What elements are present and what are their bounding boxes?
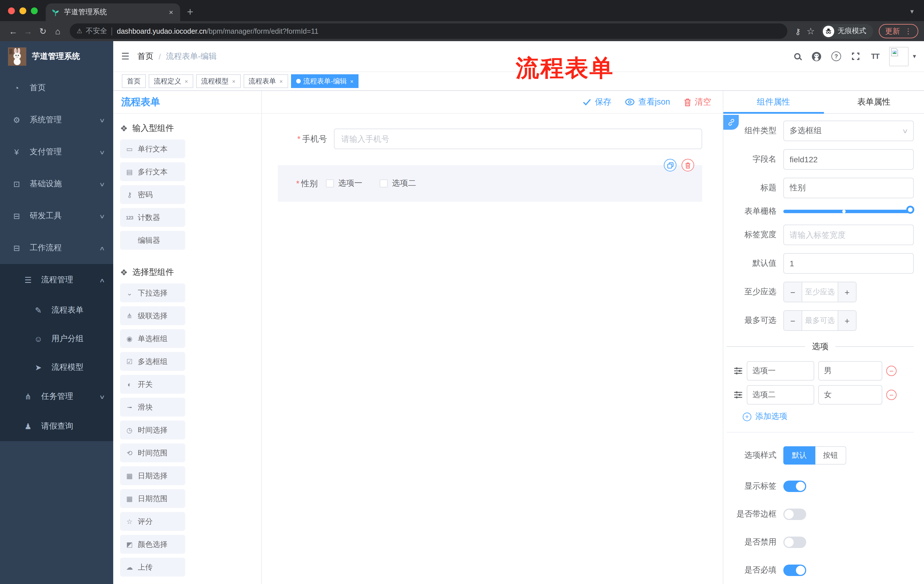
github-link[interactable] [807,41,827,72]
tag-close-icon[interactable]: × [184,78,188,84]
breadcrumb-home[interactable]: 首页 [137,51,153,61]
avatar-caret-icon[interactable]: ▾ [913,53,916,60]
style-default-button[interactable]: 默认 [783,446,815,465]
form-grid-slider[interactable] [783,210,909,213]
drag-handle-icon[interactable] [734,391,743,399]
browser-update-button[interactable]: 更新 ⋮ [879,24,918,38]
tab-form-props[interactable]: 表单属性 [823,91,924,113]
window-controls[interactable] [0,0,46,21]
label-width-input[interactable] [783,225,914,245]
password-key-icon[interactable]: ⚷ [795,26,801,36]
header-search-button[interactable] [788,41,807,72]
sidebar-item-dev-tools[interactable]: ⊟ 研发工具 ∨ [0,200,113,232]
toggle-switch[interactable] [783,508,806,520]
option-label-input[interactable] [747,361,814,380]
palette-item-slider[interactable]: ╼ 滑块 [120,398,185,416]
palette-item-cascader[interactable]: ⋔ 级联选择 [120,306,185,325]
toggle-switch[interactable] [783,480,806,492]
browser-menu-dots-icon[interactable]: ⋮ [904,27,912,35]
palette-item-multi-line-text[interactable]: ▤ 多行文本 [120,162,185,181]
option-value-input[interactable] [818,385,882,405]
back-button[interactable]: ← [6,26,21,36]
palette-item-switch[interactable]: ◐ 开关 [120,375,185,394]
sidebar-item-system[interactable]: ⚙ 系统管理 ∨ [0,104,113,136]
palette-item-color-picker[interactable]: ◩ 颜色选择 [120,535,185,554]
window-close-button[interactable] [8,7,15,14]
phone-field-input[interactable] [334,128,702,149]
palette-item-dropdown-select[interactable]: ⌄ 下拉选择 [120,283,185,302]
sidebar-logo[interactable]: 芋道管理系统 [0,41,113,72]
palette-item-time-range[interactable]: ⟲ 时间范围 [120,443,185,462]
checkbox[interactable] [380,179,388,188]
sidebar-item-payment[interactable]: ¥ 支付管理 ∨ [0,136,113,168]
palette-item-counter[interactable]: 123 计数器 [120,208,185,227]
remove-option-button[interactable]: − [886,366,896,376]
stepper-increase-button[interactable]: + [838,311,856,330]
tag-close-icon[interactable]: × [279,78,283,84]
toggle-switch[interactable] [783,564,806,576]
palette-item-checkbox-group[interactable]: ☑ 多选框组 [120,352,185,371]
stepper-decrease-button[interactable]: − [784,282,802,302]
palette-item-rate[interactable]: ☆ 评分 [120,512,185,531]
palette-item-date-range[interactable]: ▦ 日期范围 [120,489,185,508]
remove-option-button[interactable]: − [886,390,896,400]
reload-button[interactable]: ↻ [35,26,50,36]
tab-search-caret-icon[interactable]: ▾ [910,7,914,15]
home-button[interactable]: ⌂ [50,26,65,36]
palette-item-date-picker[interactable]: ▦ 日期选择 [120,466,185,485]
forward-button[interactable]: → [21,26,35,36]
palette-item-editor[interactable]: 编辑器 [120,231,185,250]
field-name-input[interactable] [783,149,914,170]
window-minimize-button[interactable] [20,7,26,14]
tag-home[interactable]: 首页 [122,74,146,88]
tag-process-form[interactable]: 流程表单 × [243,74,288,88]
sidebar-item-workflow[interactable]: ⊟ 工作流程 ∧ [0,232,113,264]
stepper-decrease-button[interactable]: − [784,311,802,330]
gender-field-card[interactable]: 性别 选项一 选项二 [278,165,702,202]
sidebar-item-process-management[interactable]: ☰ 流程管理 ∧ [0,264,113,296]
sidebar-item-process-model[interactable]: ➤ 流程模型 [0,353,113,382]
field-link-tab[interactable] [723,115,739,130]
sidebar-item-home[interactable]: ◔ 首页 [0,72,113,104]
palette-item-time-picker[interactable]: ◷ 时间选择 [120,421,185,439]
checkbox-option[interactable]: 选项二 [380,178,416,189]
checkbox-option[interactable]: 选项一 [326,178,362,189]
address-bar[interactable]: ⚠ 不安全 dashboard.yudao.iocoder.cn/bpm/man… [70,23,788,39]
palette-item-upload[interactable]: ☁ 上传 [120,558,185,577]
tag-close-icon[interactable]: × [350,78,354,84]
min-select-value[interactable]: 至少应选 [802,282,838,302]
window-zoom-button[interactable] [31,7,38,14]
fullscreen-button[interactable] [846,41,865,72]
title-input[interactable] [783,178,914,198]
tag-process-form-edit[interactable]: 流程表单-编辑 × [291,74,359,88]
tab-component-props[interactable]: 组件属性 [723,91,823,113]
tab-close-icon[interactable]: × [168,8,174,16]
palette-item-password[interactable]: ⚷ 密码 [120,185,185,204]
tag-close-icon[interactable]: × [231,78,236,84]
component-type-select[interactable]: 多选框组 ∨ [783,120,914,141]
sidebar-item-process-form[interactable]: ✎ 流程表单 [0,296,113,324]
option-value-input[interactable] [818,361,882,380]
default-value-input[interactable] [783,253,914,274]
tag-process-model[interactable]: 流程模型 × [196,74,241,88]
palette-item-single-line-text[interactable]: ▭ 单行文本 [120,140,185,158]
save-button[interactable]: 保存 [583,97,612,107]
tag-process-definition[interactable]: 流程定义 × [148,74,193,88]
duplicate-component-button[interactable] [664,159,676,171]
clear-button[interactable]: 清空 [684,97,711,107]
view-json-button[interactable]: 查看json [625,97,670,107]
slider-handle[interactable] [906,206,914,214]
sidebar-item-user-group[interactable]: ☺ 用户分组 [0,324,113,353]
font-size-button[interactable]: TT [865,41,885,72]
palette-item-radio-group[interactable]: ◉ 单选框组 [120,329,185,348]
max-select-value[interactable]: 最多可选 [802,311,838,330]
drag-handle-icon[interactable] [734,367,743,375]
user-avatar[interactable] [889,46,909,66]
sidebar-collapse-icon[interactable]: ☰ [113,51,137,62]
bookmark-star-icon[interactable]: ☆ [807,26,815,36]
browser-tab[interactable]: 芋道管理系统 × [46,3,180,21]
style-button-button[interactable]: 按钮 [815,446,846,465]
new-tab-button[interactable]: + [187,6,193,18]
add-option-button[interactable]: + 添加选项 [743,411,914,422]
checkbox[interactable] [326,179,333,188]
